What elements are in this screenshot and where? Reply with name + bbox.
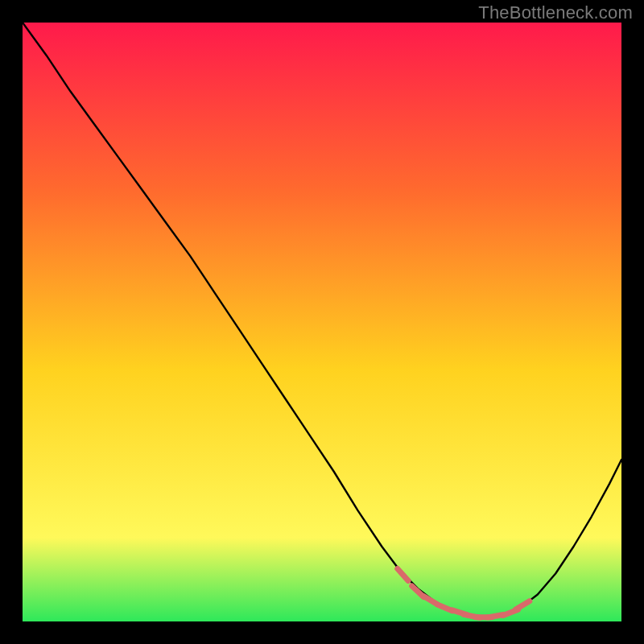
watermark-text: TheBottleneck.com [478, 2, 633, 23]
bottleneck-chart [23, 23, 621, 621]
chart-frame: TheBottleneck.com [0, 0, 644, 644]
plot-area [23, 23, 621, 621]
gradient-background [23, 23, 621, 621]
